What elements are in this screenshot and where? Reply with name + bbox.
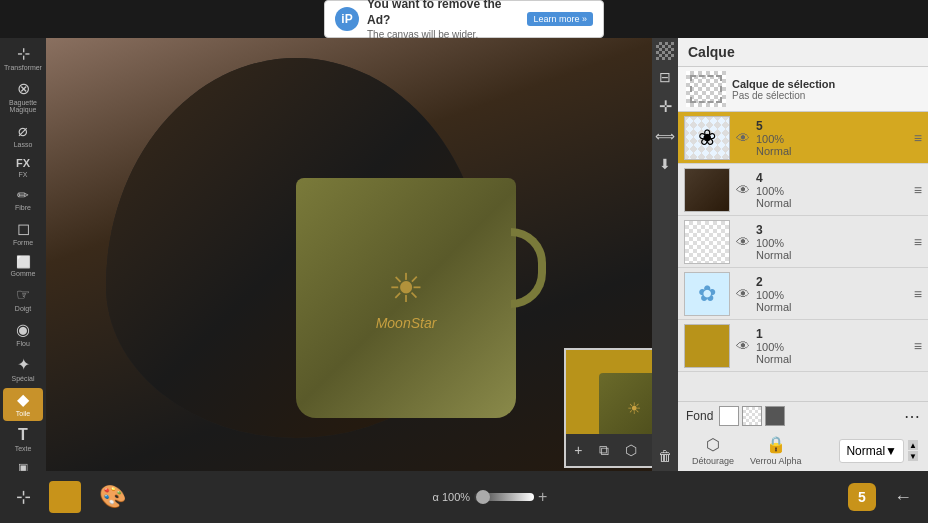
layer-4-visibility[interactable]: 👁 — [734, 182, 752, 198]
texte-icon: T — [18, 427, 28, 443]
ad-subtitle: The canvas will be wider. — [367, 28, 519, 41]
blend-scroll-up[interactable]: ▲ — [908, 440, 918, 450]
ad-banner[interactable]: iP You want to remove the Ad? The canvas… — [324, 0, 604, 38]
layer-3-thumb — [684, 220, 730, 264]
blend-scroll-down[interactable]: ▼ — [908, 451, 918, 461]
layer-3-visibility[interactable]: 👁 — [734, 234, 752, 250]
thumb-camera-button[interactable]: ⬡ — [621, 438, 641, 462]
baguette-label: Baguette Magique — [5, 99, 41, 113]
special-icon: ✦ — [17, 357, 30, 373]
alpha-slider[interactable] — [474, 493, 534, 501]
alpha-label: α 100% — [433, 491, 471, 503]
active-layer-badge[interactable]: 5 — [848, 483, 876, 511]
back-button[interactable]: ← — [888, 483, 918, 512]
color-wheel-icon: 🎨 — [99, 484, 126, 510]
fond-swatches — [719, 406, 785, 426]
download-tool[interactable]: ⬇ — [656, 153, 674, 175]
layer-3-info: 3 100% Normal — [756, 223, 910, 261]
fond-row: Fond ⋯ — [678, 402, 928, 430]
mug-logo: ☀ MoonStar — [376, 265, 437, 331]
flip-tool[interactable]: ⟺ — [652, 125, 678, 147]
transform-bottom-button[interactable]: ⊹ — [10, 482, 37, 512]
layer-1-visibility[interactable]: 👁 — [734, 338, 752, 354]
tool-fx[interactable]: FX FX — [3, 154, 43, 182]
blend-mode-value: Normal — [846, 444, 885, 458]
baguette-icon: ⊗ — [17, 81, 30, 97]
layer-2-menu[interactable]: ≡ — [914, 286, 922, 302]
detourage-label: Détourage — [692, 456, 734, 466]
toile-label: Toile — [16, 410, 30, 417]
checker-pattern-tool[interactable] — [656, 42, 674, 60]
ad-learn-button[interactable]: Learn more » — [527, 12, 593, 26]
flower2-icon: ✿ — [698, 281, 716, 307]
layer-row-1[interactable]: 👁 1 100% Normal ≡ — [678, 320, 928, 372]
layer-5-menu[interactable]: ≡ — [914, 130, 922, 146]
layer-row-2[interactable]: ✿ 👁 2 100% Normal ≡ — [678, 268, 928, 320]
layer-3-number: 3 — [756, 223, 910, 237]
blend-mode-select[interactable]: Normal ▼ — [839, 439, 904, 463]
thumb-sun-icon: ☀ — [627, 399, 641, 418]
layer-5-mode: Normal — [756, 145, 910, 157]
blend-mode-arrow: ▼ — [885, 444, 897, 458]
color-swatch-button[interactable] — [49, 481, 81, 513]
tool-baguette[interactable]: ⊗ Baguette Magique — [3, 77, 43, 117]
layer-1-mode: Normal — [756, 353, 910, 365]
ad-title: You want to remove the Ad? — [367, 0, 519, 28]
fx-icon: FX — [16, 158, 30, 169]
forme-icon: ◻ — [17, 221, 30, 237]
layer-1-number: 1 — [756, 327, 910, 341]
layer-2-percent: 100% — [756, 289, 910, 301]
layer-2-mode: Normal — [756, 301, 910, 313]
verrou-alpha-button[interactable]: 🔒 Verrou Alpha — [744, 433, 808, 468]
selection-layer-row[interactable]: Calque de sélection Pas de sélection — [678, 67, 928, 112]
flower-icon: ❀ — [698, 125, 716, 151]
layer-row-4[interactable]: 👁 4 100% Normal ≡ — [678, 164, 928, 216]
layer-1-thumb — [684, 324, 730, 368]
selection-layer-info: Calque de sélection Pas de sélection — [732, 78, 920, 101]
blend-scroll-controls: ▲ ▼ — [908, 440, 920, 461]
ad-icon: iP — [335, 7, 359, 31]
layer-1-info: 1 100% Normal — [756, 327, 910, 365]
tool-flou[interactable]: ◉ Flou — [3, 318, 43, 351]
layer-4-mode: Normal — [756, 197, 910, 209]
flou-icon: ◉ — [16, 322, 30, 338]
tool-forme[interactable]: ◻ Forme — [3, 217, 43, 250]
tool-fibre[interactable]: ✏ Fibre — [3, 184, 43, 215]
layer-2-number: 2 — [756, 275, 910, 289]
thumb-add-button[interactable]: + — [570, 438, 586, 462]
forme-label: Forme — [13, 239, 33, 246]
tool-doigt[interactable]: ☞ Doigt — [3, 283, 43, 316]
layer-1-menu[interactable]: ≡ — [914, 338, 922, 354]
layer-4-percent: 100% — [756, 185, 910, 197]
tool-transformer[interactable]: ⊹ Transformer — [3, 42, 43, 75]
selection-layer-thumb — [686, 71, 726, 107]
color-wheel-button[interactable]: 🎨 — [93, 480, 132, 514]
layers-list: ❀ 👁 5 100% Normal ≡ 👁 4 100% Normal ≡ — [678, 112, 928, 401]
alpha-plus[interactable]: + — [538, 488, 547, 506]
fond-checker-swatch[interactable] — [742, 406, 762, 426]
mug: ☀ MoonStar — [296, 178, 516, 418]
thumb-copy-button[interactable]: ⧉ — [595, 438, 613, 463]
fond-dark-swatch[interactable] — [765, 406, 785, 426]
tool-lasso[interactable]: ⌀ Lasso — [3, 119, 43, 152]
layer-row-5[interactable]: ❀ 👁 5 100% Normal ≡ — [678, 112, 928, 164]
fond-white-swatch[interactable] — [719, 406, 739, 426]
doigt-label: Doigt — [15, 305, 31, 312]
tool-special[interactable]: ✦ Spécial — [3, 353, 43, 386]
tool-toile[interactable]: ◆ Toile — [3, 388, 43, 421]
trash-tool[interactable]: 🗑 — [655, 445, 675, 467]
photo-grid-tool[interactable]: ⊟ — [656, 66, 674, 88]
layer-2-visibility[interactable]: 👁 — [734, 286, 752, 302]
ad-text: You want to remove the Ad? The canvas wi… — [367, 0, 519, 41]
layer-3-menu[interactable]: ≡ — [914, 234, 922, 250]
tool-texte[interactable]: T Texte — [3, 423, 43, 456]
layer-4-menu[interactable]: ≡ — [914, 182, 922, 198]
layer-5-percent: 100% — [756, 133, 910, 145]
layer-row-3[interactable]: 👁 3 100% Normal ≡ — [678, 216, 928, 268]
selection-layer-subtitle: Pas de sélection — [732, 90, 920, 101]
tool-gomme[interactable]: ⬜ Gomme — [3, 252, 43, 281]
fond-menu-button[interactable]: ⋯ — [904, 407, 920, 426]
move-tool[interactable]: ✛ — [656, 94, 675, 119]
detourage-button[interactable]: ⬡ Détourage — [686, 433, 740, 468]
layer-5-visibility[interactable]: 👁 — [734, 130, 752, 146]
